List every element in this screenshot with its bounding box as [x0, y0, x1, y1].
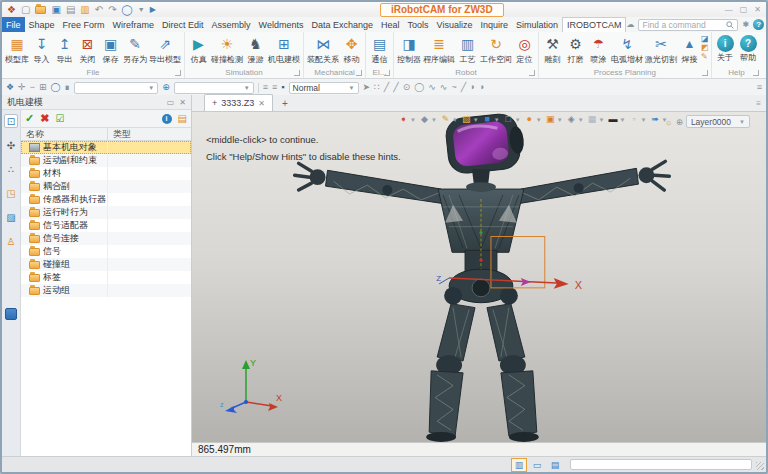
tree-row-motion-group[interactable]: 运动组 — [21, 284, 191, 297]
column-icon[interactable]: ∎ — [65, 83, 71, 92]
assembly-relation-button[interactable]: ⋈装配关系 — [306, 33, 340, 65]
command-search-box[interactable]: Find a command — [638, 19, 738, 31]
document-tab[interactable]: + 3333.Z3 ✕ — [204, 94, 273, 111]
grab-icon[interactable]: ◗ — [470, 83, 475, 92]
laser-cutting-button[interactable]: ✂激光切割 — [644, 33, 678, 65]
status-input-field[interactable] — [570, 459, 752, 470]
tree-row-collision-group[interactable]: 碰撞组 — [21, 258, 191, 271]
display-mode-select[interactable]: Normal▼ — [289, 82, 359, 94]
maximize-button[interactable]: ▢ — [740, 5, 748, 14]
extra-tool-icon[interactable]: ✎ — [701, 52, 709, 61]
frame-add-icon[interactable]: ⊞ — [39, 83, 47, 92]
annotate-icon[interactable]: ✎▼ — [440, 114, 458, 125]
snap-spline-icon[interactable]: ∿ — [440, 83, 448, 92]
close-file-button[interactable]: ⊠关闭 — [76, 33, 99, 65]
swatch-icon[interactable]: ▪ — [281, 83, 284, 92]
person-tool-icon[interactable]: ♙ — [4, 234, 18, 248]
new-tab-button[interactable]: + — [273, 98, 297, 109]
wireframe-display-icon[interactable]: □▼ — [503, 114, 521, 125]
mechatronics-modeling-button[interactable]: ⊞机电建模 — [267, 33, 301, 65]
tab-assembly[interactable]: Assembly — [208, 17, 255, 32]
settings-gear-icon[interactable]: ✱ — [742, 20, 749, 29]
snap-arc-icon[interactable]: ~ — [451, 83, 456, 92]
snap-segment-icon[interactable]: ╱ — [393, 83, 398, 92]
column-name[interactable]: 名称 — [21, 128, 108, 140]
globe-icon[interactable]: ⊕ — [162, 83, 170, 92]
tree-row-signal-connection[interactable]: 信号连接 — [21, 232, 191, 245]
tab-weldments[interactable]: Weldments — [255, 17, 308, 32]
walkthrough-button[interactable]: ♞漫游 — [244, 33, 267, 65]
section-view-icon[interactable]: ◈▼ — [566, 114, 584, 125]
image-tool-icon[interactable]: ▨ — [4, 210, 18, 224]
pick-filter-icon[interactable]: ❖ — [6, 83, 14, 92]
view-style-select[interactable]: ▼ — [174, 82, 254, 94]
background-icon[interactable]: ▬▼ — [608, 114, 626, 125]
play-icon[interactable]: ▶ — [150, 4, 156, 16]
tree-row-materials[interactable]: 材料 — [21, 167, 191, 180]
snap-circle-icon[interactable]: ◯ — [414, 83, 424, 92]
qat-dropdown-icon[interactable]: ▼ — [138, 4, 145, 16]
tab-shape[interactable]: Shape — [25, 17, 59, 32]
bottom-panel-icon[interactable] — [5, 308, 17, 320]
dialog-launcher-icon[interactable] — [356, 70, 362, 76]
cloud-icon[interactable]: ☁ — [626, 20, 634, 29]
move-button[interactable]: ✥移动 — [340, 33, 363, 65]
snap-center-icon[interactable]: ⊙ — [403, 83, 411, 92]
panel-minimize-icon[interactable]: ▭ — [167, 98, 175, 107]
remove-entity-icon[interactable]: − — [30, 83, 35, 92]
tree-row-sensors-actuators[interactable]: 传感器和执行器 — [21, 193, 191, 206]
model-library-button[interactable]: ▦模型库 — [4, 33, 30, 65]
tab-simulation[interactable]: Simulation — [512, 17, 562, 32]
layer-select[interactable]: Layer0000 ▼ — [686, 115, 750, 128]
positioning-button[interactable]: ◎定位 — [513, 33, 536, 65]
tab-irobotcam[interactable]: IROBOTCAM — [562, 17, 627, 32]
collision-check-button[interactable]: ☀碰撞检测 — [210, 33, 244, 65]
edit-checkbox-icon[interactable]: ☑ — [55, 113, 64, 124]
viewport-split-icon[interactable]: ▫▼ — [628, 114, 646, 125]
isometric-icon[interactable]: ▧▼ — [461, 114, 479, 125]
tab-inquire[interactable]: Inquire — [476, 17, 512, 32]
column-type[interactable]: 类型 — [108, 128, 136, 140]
communication-button[interactable]: ▤通信 — [368, 33, 391, 65]
tree-row-joints-constraints[interactable]: 运动副和约束 — [21, 154, 191, 167]
dialog-launcher-icon[interactable] — [702, 70, 708, 76]
tree-row-couplers[interactable]: 耦合副 — [21, 180, 191, 193]
redo-icon[interactable]: ↷ — [108, 4, 116, 16]
polish-button[interactable]: ⚙打磨 — [564, 33, 587, 65]
snap-grid-icon[interactable]: ∷ — [374, 83, 380, 92]
workspace-button[interactable]: ↻工作空间 — [479, 33, 513, 65]
tree-row-signal-adapter[interactable]: 信号适配器 — [21, 219, 191, 232]
open-file-icon[interactable] — [35, 6, 46, 14]
package-tool-icon[interactable]: ◳ — [4, 186, 18, 200]
tab-heal[interactable]: Heal — [377, 17, 404, 32]
dialog-launcher-icon[interactable] — [384, 70, 390, 76]
tab-free-form[interactable]: Free Form — [59, 17, 109, 32]
export-button[interactable]: ↥导出 — [53, 33, 76, 65]
status-window-icon[interactable]: ▤ — [548, 459, 562, 471]
status-chart-icon[interactable]: ▥ — [512, 459, 526, 471]
tab-close-icon[interactable]: ✕ — [258, 99, 265, 108]
import-button[interactable]: ↧导入 — [30, 33, 53, 65]
panel-expander-icon[interactable]: ≡ — [751, 99, 766, 108]
new-file-icon[interactable]: ▢ — [21, 4, 30, 16]
welding-button[interactable]: ▲焊接 — [678, 33, 701, 65]
notebook-icon[interactable]: ▤ — [178, 113, 187, 124]
texture-icon[interactable]: ▣▼ — [545, 114, 563, 125]
layer-globe-icon[interactable]: ⊕ — [676, 117, 683, 127]
export-model-button[interactable]: ⇗导出模型 — [148, 33, 182, 65]
3d-canvas[interactable]: X Z ➧▼ ◆▼ ✎▼ ▧▼ ■▼ □▼ ●▼ ▣▼ ◈▼ ▦▼ ▬▼ ▫▼ … — [192, 112, 766, 442]
spray-paint-button[interactable]: ☂喷涂 — [587, 33, 610, 65]
print-icon[interactable]: ▤ — [66, 4, 75, 16]
snap-tangent-icon[interactable]: ╱ — [461, 83, 466, 92]
resize-grip[interactable] — [756, 462, 764, 470]
extra-tool-icon[interactable]: ◩ — [701, 43, 709, 52]
dialog-launcher-icon[interactable] — [753, 70, 759, 76]
regen-icon[interactable]: ◯ — [122, 4, 133, 16]
align-bottom-icon[interactable]: ≡ — [272, 83, 277, 92]
attribute-style-select[interactable]: ▼ — [74, 82, 158, 94]
tree-row-basic-objects[interactable]: 基本机电对象 — [21, 141, 191, 154]
hierarchy-tool-icon[interactable]: ∴ — [4, 162, 18, 176]
panel-close-icon[interactable]: ✕ — [179, 98, 186, 107]
cancel-x-icon[interactable]: ✖ — [40, 112, 49, 125]
help-icon[interactable]: ? — [753, 19, 764, 30]
